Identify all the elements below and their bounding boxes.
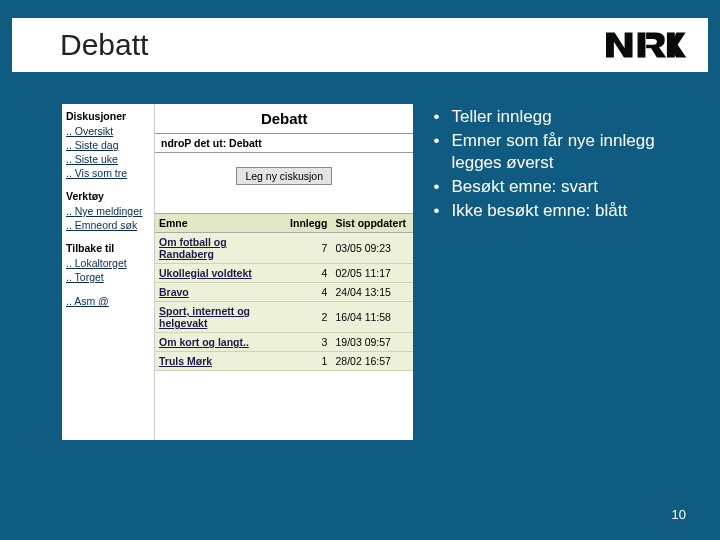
topic-date: 24/04 13:15 xyxy=(331,283,413,302)
topic-link[interactable]: Truls Mørk xyxy=(155,352,285,371)
forum-sidebar: Diskusjoner Oversikt Siste dag Siste uke… xyxy=(62,104,154,440)
svg-marker-0 xyxy=(606,32,633,57)
sidebar-link[interactable]: Asm @ xyxy=(66,294,150,308)
topic-date: 28/02 16:57 xyxy=(331,352,413,371)
nrk-logo xyxy=(606,31,692,59)
topics-table: Emne Innlegg Sist oppdatert Om fotball o… xyxy=(155,213,413,371)
topic-link[interactable]: Bravo xyxy=(155,283,285,302)
table-row: Om fotball og Randaberg 7 03/05 09:23 xyxy=(155,233,413,264)
sidebar-group-title: Diskusjoner xyxy=(66,110,150,122)
topic-date: 02/05 11:17 xyxy=(331,264,413,283)
sidebar-link[interactable]: Lokaltorget xyxy=(66,256,150,270)
sidebar-link[interactable]: Siste dag xyxy=(66,138,150,152)
note-item: Emner som får nye innlegg legges øverst xyxy=(451,130,684,173)
col-innlegg: Innlegg xyxy=(285,214,331,233)
sidebar-group-title: Tilbake til xyxy=(66,242,150,254)
topic-date: 03/05 09:23 xyxy=(331,233,413,264)
sidebar-link[interactable]: Siste uke xyxy=(66,152,150,166)
sidebar-link[interactable]: Emneord søk xyxy=(66,218,150,232)
page-title: Debatt xyxy=(60,28,148,62)
topic-count: 7 xyxy=(285,233,331,264)
col-oppdatert: Sist oppdatert xyxy=(331,214,413,233)
sidebar-link[interactable]: Oversikt xyxy=(66,124,150,138)
col-emne: Emne xyxy=(155,214,285,233)
sidebar-link[interactable]: Vis som tre xyxy=(66,166,150,180)
slide-notes: •Teller innlegg •Emner som får nye innle… xyxy=(433,104,684,440)
topic-date: 16/04 11:58 xyxy=(331,302,413,333)
table-row: Om kort og langt.. 3 19/03 09:57 xyxy=(155,333,413,352)
topic-link[interactable]: Om kort og langt.. xyxy=(155,333,285,352)
topic-date: 19/03 09:57 xyxy=(331,333,413,352)
forum-heading: Debatt xyxy=(155,104,413,133)
forum-screenshot: Diskusjoner Oversikt Siste dag Siste uke… xyxy=(62,104,413,440)
forum-main: Debatt ndroP det ut: Debatt Leg ny cisku… xyxy=(154,104,413,440)
slide-header: Debatt xyxy=(12,12,708,72)
table-row: Ukollegial voldtekt 4 02/05 11:17 xyxy=(155,264,413,283)
page-number: 10 xyxy=(672,507,686,522)
topic-count: 3 xyxy=(285,333,331,352)
table-row: Sport, internett og helgevakt 2 16/04 11… xyxy=(155,302,413,333)
breadcrumb: ndroP det ut: Debatt xyxy=(155,133,413,153)
sidebar-link[interactable]: Torget xyxy=(66,270,150,284)
topic-link[interactable]: Sport, internett og helgevakt xyxy=(155,302,285,333)
note-item: Ikke besøkt emne: blått xyxy=(451,200,627,221)
topic-count: 2 xyxy=(285,302,331,333)
topic-count: 1 xyxy=(285,352,331,371)
note-item: Teller innlegg xyxy=(451,106,551,127)
svg-rect-1 xyxy=(638,32,646,57)
sidebar-link[interactable]: Nye meldinger xyxy=(66,204,150,218)
topic-link[interactable]: Om fotball og Randaberg xyxy=(155,233,285,264)
sidebar-group-title: Verktøy xyxy=(66,190,150,202)
topic-count: 4 xyxy=(285,283,331,302)
new-discussion-button[interactable]: Leg ny ciskusjon xyxy=(236,167,332,185)
note-item: Besøkt emne: svart xyxy=(451,176,597,197)
topic-count: 4 xyxy=(285,264,331,283)
topic-link[interactable]: Ukollegial voldtekt xyxy=(155,264,285,283)
table-row: Bravo 4 24/04 13:15 xyxy=(155,283,413,302)
table-row: Truls Mørk 1 28/02 16:57 xyxy=(155,352,413,371)
